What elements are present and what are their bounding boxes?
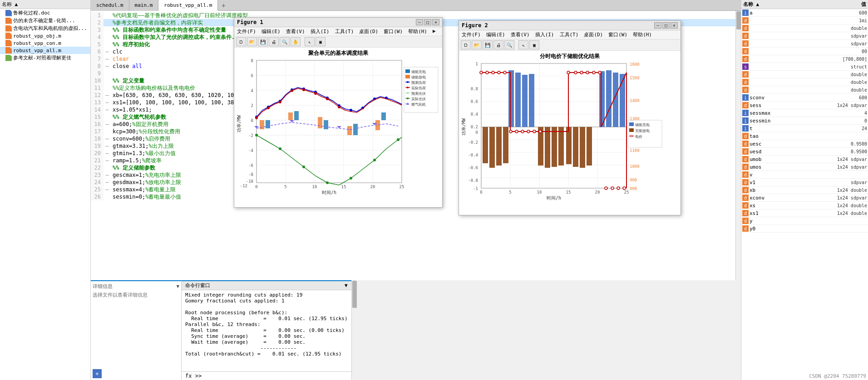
menu-tools[interactable]: 工具(T) xyxy=(335,28,354,35)
svg-text:8: 8 xyxy=(251,58,253,63)
tab-schedul[interactable]: schedul.m xyxy=(91,0,129,11)
workspace-row[interactable]: d double xyxy=(741,24,868,32)
figure-2-titlebar: Figure 2 — □ ✕ xyxy=(459,21,681,30)
toolbar-save[interactable]: 💾 xyxy=(258,37,268,46)
menu-insert-2[interactable]: 插入(I) xyxy=(535,31,554,38)
file-tree-header: 名称 ▲ xyxy=(0,0,90,9)
workspace-row-sconv[interactable]: i sconv 600 xyxy=(741,94,868,102)
tab-main[interactable]: main.m xyxy=(129,0,159,11)
menu-view[interactable]: 查看(V) xyxy=(286,28,305,35)
ws-type-icon: d xyxy=(742,102,749,108)
file-tree-item[interactable]: 参考文献-对照着理解更佳 xyxy=(0,54,90,62)
workspace-row-umos[interactable]: d umos 1x24 sdpvar xyxy=(741,163,868,171)
toolbar-brush-2[interactable]: ▣ xyxy=(529,40,539,49)
maximize-button[interactable]: □ xyxy=(424,19,431,25)
file-tree-item[interactable]: robust_vpp_con.m xyxy=(0,39,90,47)
toolbar-open-2[interactable]: 📂 xyxy=(472,40,482,49)
toolbar-print[interactable]: 🖨 xyxy=(269,37,279,46)
workspace-row-sess[interactable]: d sess 1x24 sdpvar xyxy=(741,102,868,109)
tab-robust-vpp-all[interactable]: robust_vpp_all.m xyxy=(158,0,218,11)
workspace-row-xconv[interactable]: d xconv 1x24 sdpvar xyxy=(741,194,868,202)
workspace-row[interactable]: d sdpvar xyxy=(741,40,868,48)
workspace-row[interactable]: d [700,800] xyxy=(741,55,868,63)
workspace-row-y0[interactable]: d y0 xyxy=(741,225,868,233)
workspace-row[interactable]: d double xyxy=(741,86,868,94)
workspace-row-sessmin[interactable]: i sessmin 0 xyxy=(741,117,868,125)
toolbar-pointer-2[interactable]: ↖ xyxy=(518,40,528,49)
workspace-row-a[interactable]: i a 600 xyxy=(741,9,868,17)
menu-window[interactable]: 窗口(W) xyxy=(384,28,403,35)
toolbar-pointer[interactable]: ↖ xyxy=(305,37,315,46)
menu-edit-2[interactable]: 编辑(E) xyxy=(486,31,505,38)
menu-insert[interactable]: 插入(I) xyxy=(311,28,330,35)
file-tree-item-active[interactable]: robust_vpp_all.m xyxy=(0,47,90,54)
workspace-row-uesd[interactable]: d uesd 0.9500 xyxy=(741,148,868,156)
workspace-row[interactable]: d double xyxy=(741,78,868,86)
file-tree-item[interactable]: 仿的未含不确定量-化简... xyxy=(0,17,90,24)
ws-type-icon: i xyxy=(742,117,749,124)
toolbar-brush[interactable]: ▣ xyxy=(316,37,326,46)
toolbar-zoom-2[interactable]: 🔍 xyxy=(504,40,514,49)
menu-help-2[interactable]: 帮助(H) xyxy=(633,31,652,38)
toolbar-open[interactable]: 📂 xyxy=(247,37,257,46)
workspace-row[interactable]: d 00 xyxy=(741,48,868,55)
file-tree-item[interactable]: robust_vpp_obj.m xyxy=(0,32,90,39)
command-scrollbar[interactable] xyxy=(351,280,357,380)
file-tree-item[interactable]: 含电动汽车和风电机组的虚拟... xyxy=(0,24,90,32)
ws-type-icon: i xyxy=(742,110,749,116)
menu-extra[interactable]: ▶ xyxy=(433,28,436,35)
toolbar-pan[interactable]: ✋ xyxy=(291,37,301,46)
workspace-row[interactable]: d 1mi xyxy=(741,17,868,24)
workspace-row[interactable]: s struct xyxy=(741,63,868,71)
menu-view-2[interactable]: 查看(V) xyxy=(511,31,530,38)
workspace-row-uesc[interactable]: d uesc 0.9500 xyxy=(741,140,868,148)
toolbar-zoom[interactable]: 🔍 xyxy=(280,37,290,46)
workspace-row-xb[interactable]: d xb 1x24 double xyxy=(741,186,868,194)
scrollbar-thumb[interactable] xyxy=(736,11,741,29)
command-title: 命令行窗口 xyxy=(185,282,210,289)
minimize-button-2[interactable]: — xyxy=(654,22,661,29)
workspace-row-y[interactable]: d y xyxy=(741,217,868,225)
svg-text:1400: 1400 xyxy=(630,98,640,103)
ws-type-icon: d xyxy=(742,156,749,162)
svg-point-90 xyxy=(407,97,409,99)
editor-scrollbar[interactable] xyxy=(735,11,741,280)
workspace-row[interactable]: d sdpvar xyxy=(741,32,868,40)
toolbar-new-2[interactable]: 🗋 xyxy=(461,40,471,49)
scrollbar-thumb-cmd[interactable] xyxy=(352,281,357,308)
workspace-row-umob[interactable]: d umob 1x24 sdpvar xyxy=(741,156,868,163)
workspace-row-xs1[interactable]: d xs1 1x24 double xyxy=(741,209,868,217)
toolbar-save-2[interactable]: 💾 xyxy=(483,40,493,49)
workspace-row[interactable]: d double xyxy=(741,71,868,78)
workspace-row-t[interactable]: i t 24 xyxy=(741,125,868,132)
menu-file[interactable]: 文件(F) xyxy=(237,28,256,35)
toolbar-new[interactable]: 🗋 xyxy=(236,37,246,46)
ws-type-icon: i xyxy=(742,10,749,16)
tab-add-button[interactable]: + xyxy=(218,1,229,10)
command-collapse-icon[interactable]: ▼ xyxy=(345,283,348,288)
menu-window-2[interactable]: 窗口(W) xyxy=(608,31,627,38)
menu-tools-2[interactable]: 工具(T) xyxy=(560,31,579,38)
workspace-row-v[interactable]: d v xyxy=(741,171,868,179)
workspace-row-v1[interactable]: d v1 sdpvar xyxy=(741,179,868,186)
svg-text:0.8: 0.8 xyxy=(471,87,478,91)
menu-help[interactable]: 帮助(H) xyxy=(408,28,427,35)
close-button[interactable]: ✕ xyxy=(432,19,439,25)
detail-collapse-icon[interactable]: ▼ xyxy=(176,283,179,289)
workspace-row-xs[interactable]: d xs 1x24 double xyxy=(741,202,868,209)
workspace-row-sessmax[interactable]: i sessmax 4 xyxy=(741,109,868,117)
file-tree-item[interactable]: 鲁棒化过程.doc xyxy=(0,9,90,17)
menu-desktop-2[interactable]: 桌面(D) xyxy=(584,31,603,38)
command-input-field[interactable] xyxy=(203,373,348,379)
minimize-button[interactable]: — xyxy=(416,19,423,25)
toolbar-icon-1[interactable]: ⊞ xyxy=(93,369,102,378)
menu-edit[interactable]: 编辑(E) xyxy=(261,28,281,35)
svg-rect-78 xyxy=(405,75,410,78)
figure-2-svg: 1 0.8 0.6 0.4 0.2 0 -0.2 -0.4 -0.6 -0.8 … xyxy=(461,61,678,204)
menu-desktop[interactable]: 桌面(D) xyxy=(359,28,378,35)
menu-file-2[interactable]: 文件(F) xyxy=(462,31,481,38)
toolbar-print-2[interactable]: 🖨 xyxy=(493,40,503,49)
workspace-row-tao[interactable]: d tao xyxy=(741,132,868,140)
maximize-button-2[interactable]: □ xyxy=(662,22,670,29)
close-button-2[interactable]: ✕ xyxy=(671,22,678,29)
